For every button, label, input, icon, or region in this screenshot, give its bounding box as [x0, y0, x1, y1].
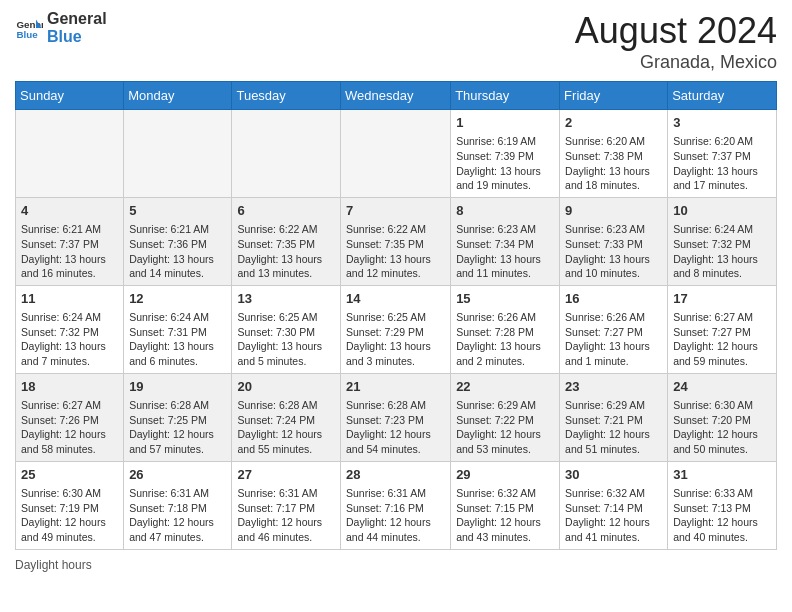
day-info: Sunrise: 6:28 AM Sunset: 7:24 PM Dayligh…	[237, 398, 335, 457]
calendar-cell: 23Sunrise: 6:29 AM Sunset: 7:21 PM Dayli…	[560, 373, 668, 461]
column-header-saturday: Saturday	[668, 82, 777, 110]
day-number: 25	[21, 466, 118, 484]
day-number: 20	[237, 378, 335, 396]
day-number: 18	[21, 378, 118, 396]
calendar-cell: 8Sunrise: 6:23 AM Sunset: 7:34 PM Daylig…	[451, 197, 560, 285]
column-header-monday: Monday	[124, 82, 232, 110]
day-info: Sunrise: 6:24 AM Sunset: 7:32 PM Dayligh…	[673, 222, 771, 281]
day-number: 6	[237, 202, 335, 220]
calendar-cell: 13Sunrise: 6:25 AM Sunset: 7:30 PM Dayli…	[232, 285, 341, 373]
calendar-cell: 4Sunrise: 6:21 AM Sunset: 7:37 PM Daylig…	[16, 197, 124, 285]
day-number: 17	[673, 290, 771, 308]
day-number: 5	[129, 202, 226, 220]
day-info: Sunrise: 6:31 AM Sunset: 7:18 PM Dayligh…	[129, 486, 226, 545]
day-info: Sunrise: 6:28 AM Sunset: 7:23 PM Dayligh…	[346, 398, 445, 457]
day-number: 13	[237, 290, 335, 308]
column-header-thursday: Thursday	[451, 82, 560, 110]
day-number: 19	[129, 378, 226, 396]
day-info: Sunrise: 6:32 AM Sunset: 7:14 PM Dayligh…	[565, 486, 662, 545]
day-number: 10	[673, 202, 771, 220]
day-info: Sunrise: 6:26 AM Sunset: 7:28 PM Dayligh…	[456, 310, 554, 369]
calendar-cell: 17Sunrise: 6:27 AM Sunset: 7:27 PM Dayli…	[668, 285, 777, 373]
calendar-subtitle: Granada, Mexico	[575, 52, 777, 73]
day-info: Sunrise: 6:23 AM Sunset: 7:33 PM Dayligh…	[565, 222, 662, 281]
calendar-cell: 6Sunrise: 6:22 AM Sunset: 7:35 PM Daylig…	[232, 197, 341, 285]
day-info: Sunrise: 6:31 AM Sunset: 7:17 PM Dayligh…	[237, 486, 335, 545]
day-number: 27	[237, 466, 335, 484]
calendar-cell: 25Sunrise: 6:30 AM Sunset: 7:19 PM Dayli…	[16, 461, 124, 549]
day-number: 29	[456, 466, 554, 484]
day-info: Sunrise: 6:24 AM Sunset: 7:31 PM Dayligh…	[129, 310, 226, 369]
column-header-friday: Friday	[560, 82, 668, 110]
title-block: August 2024 Granada, Mexico	[575, 10, 777, 73]
day-info: Sunrise: 6:20 AM Sunset: 7:37 PM Dayligh…	[673, 134, 771, 193]
calendar-cell: 12Sunrise: 6:24 AM Sunset: 7:31 PM Dayli…	[124, 285, 232, 373]
calendar-cell: 16Sunrise: 6:26 AM Sunset: 7:27 PM Dayli…	[560, 285, 668, 373]
calendar-header-row: SundayMondayTuesdayWednesdayThursdayFrid…	[16, 82, 777, 110]
calendar-table: SundayMondayTuesdayWednesdayThursdayFrid…	[15, 81, 777, 550]
day-info: Sunrise: 6:22 AM Sunset: 7:35 PM Dayligh…	[346, 222, 445, 281]
day-number: 31	[673, 466, 771, 484]
day-info: Sunrise: 6:29 AM Sunset: 7:21 PM Dayligh…	[565, 398, 662, 457]
day-info: Sunrise: 6:29 AM Sunset: 7:22 PM Dayligh…	[456, 398, 554, 457]
week-row-1: 1Sunrise: 6:19 AM Sunset: 7:39 PM Daylig…	[16, 110, 777, 198]
svg-text:Blue: Blue	[16, 28, 38, 39]
day-info: Sunrise: 6:27 AM Sunset: 7:26 PM Dayligh…	[21, 398, 118, 457]
calendar-title: August 2024	[575, 10, 777, 52]
day-number: 11	[21, 290, 118, 308]
column-header-tuesday: Tuesday	[232, 82, 341, 110]
calendar-cell: 14Sunrise: 6:25 AM Sunset: 7:29 PM Dayli…	[341, 285, 451, 373]
day-info: Sunrise: 6:22 AM Sunset: 7:35 PM Dayligh…	[237, 222, 335, 281]
logo-line2: Blue	[47, 28, 107, 46]
week-row-3: 11Sunrise: 6:24 AM Sunset: 7:32 PM Dayli…	[16, 285, 777, 373]
day-info: Sunrise: 6:31 AM Sunset: 7:16 PM Dayligh…	[346, 486, 445, 545]
day-number: 12	[129, 290, 226, 308]
day-number: 8	[456, 202, 554, 220]
day-info: Sunrise: 6:30 AM Sunset: 7:20 PM Dayligh…	[673, 398, 771, 457]
calendar-cell: 20Sunrise: 6:28 AM Sunset: 7:24 PM Dayli…	[232, 373, 341, 461]
calendar-cell: 31Sunrise: 6:33 AM Sunset: 7:13 PM Dayli…	[668, 461, 777, 549]
calendar-cell: 18Sunrise: 6:27 AM Sunset: 7:26 PM Dayli…	[16, 373, 124, 461]
calendar-cell: 11Sunrise: 6:24 AM Sunset: 7:32 PM Dayli…	[16, 285, 124, 373]
calendar-cell: 28Sunrise: 6:31 AM Sunset: 7:16 PM Dayli…	[341, 461, 451, 549]
calendar-cell: 26Sunrise: 6:31 AM Sunset: 7:18 PM Dayli…	[124, 461, 232, 549]
day-info: Sunrise: 6:30 AM Sunset: 7:19 PM Dayligh…	[21, 486, 118, 545]
calendar-cell	[124, 110, 232, 198]
calendar-cell: 29Sunrise: 6:32 AM Sunset: 7:15 PM Dayli…	[451, 461, 560, 549]
logo: General Blue General Blue	[15, 10, 107, 45]
calendar-cell: 27Sunrise: 6:31 AM Sunset: 7:17 PM Dayli…	[232, 461, 341, 549]
day-number: 2	[565, 114, 662, 132]
day-number: 3	[673, 114, 771, 132]
day-number: 4	[21, 202, 118, 220]
column-header-sunday: Sunday	[16, 82, 124, 110]
calendar-cell: 5Sunrise: 6:21 AM Sunset: 7:36 PM Daylig…	[124, 197, 232, 285]
day-info: Sunrise: 6:25 AM Sunset: 7:30 PM Dayligh…	[237, 310, 335, 369]
day-info: Sunrise: 6:27 AM Sunset: 7:27 PM Dayligh…	[673, 310, 771, 369]
day-info: Sunrise: 6:33 AM Sunset: 7:13 PM Dayligh…	[673, 486, 771, 545]
day-number: 22	[456, 378, 554, 396]
day-info: Sunrise: 6:28 AM Sunset: 7:25 PM Dayligh…	[129, 398, 226, 457]
day-number: 28	[346, 466, 445, 484]
page-header: General Blue General Blue August 2024 Gr…	[15, 10, 777, 73]
day-number: 26	[129, 466, 226, 484]
day-number: 15	[456, 290, 554, 308]
logo-text: General Blue	[47, 10, 107, 45]
logo-line1: General	[47, 10, 107, 28]
day-info: Sunrise: 6:26 AM Sunset: 7:27 PM Dayligh…	[565, 310, 662, 369]
calendar-cell	[341, 110, 451, 198]
day-number: 21	[346, 378, 445, 396]
calendar-cell: 2Sunrise: 6:20 AM Sunset: 7:38 PM Daylig…	[560, 110, 668, 198]
day-info: Sunrise: 6:21 AM Sunset: 7:36 PM Dayligh…	[129, 222, 226, 281]
calendar-cell: 30Sunrise: 6:32 AM Sunset: 7:14 PM Dayli…	[560, 461, 668, 549]
day-number: 24	[673, 378, 771, 396]
week-row-5: 25Sunrise: 6:30 AM Sunset: 7:19 PM Dayli…	[16, 461, 777, 549]
footer-label: Daylight hours	[15, 558, 92, 572]
day-info: Sunrise: 6:24 AM Sunset: 7:32 PM Dayligh…	[21, 310, 118, 369]
day-number: 16	[565, 290, 662, 308]
day-number: 14	[346, 290, 445, 308]
calendar-cell: 7Sunrise: 6:22 AM Sunset: 7:35 PM Daylig…	[341, 197, 451, 285]
day-info: Sunrise: 6:23 AM Sunset: 7:34 PM Dayligh…	[456, 222, 554, 281]
footer: Daylight hours	[15, 558, 777, 572]
week-row-4: 18Sunrise: 6:27 AM Sunset: 7:26 PM Dayli…	[16, 373, 777, 461]
calendar-cell	[16, 110, 124, 198]
